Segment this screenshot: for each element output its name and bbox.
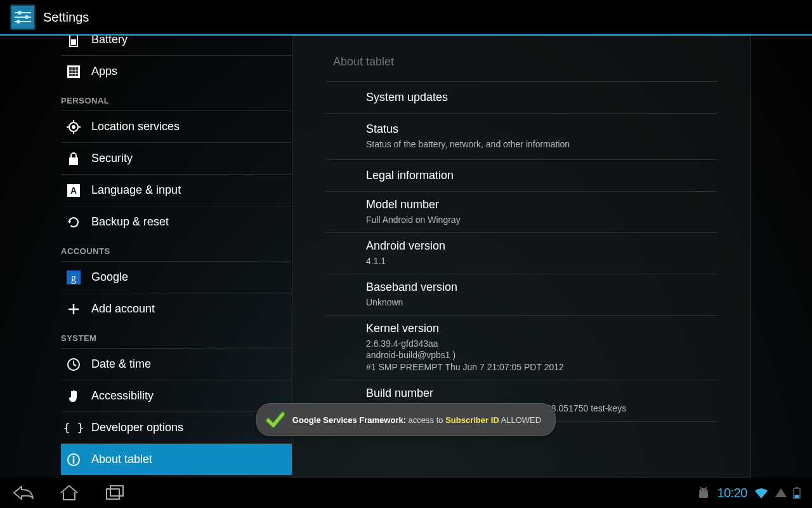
svg-rect-47: [796, 487, 798, 488]
android-icon: [697, 486, 710, 499]
svg-rect-38: [73, 458, 74, 464]
svg-rect-10: [69, 67, 72, 70]
detail-title: About tablet: [325, 44, 717, 81]
back-button[interactable]: [11, 483, 36, 503]
toast-bold: Google Services Framework:: [292, 415, 409, 425]
lock-icon: [66, 151, 81, 166]
svg-rect-12: [75, 67, 78, 70]
sidebar-item-battery[interactable]: Battery: [61, 36, 292, 55]
action-bar: Settings: [0, 0, 812, 36]
pref-model[interactable]: Model number Full Android on Wingray: [325, 192, 717, 232]
sidebar-header-system: SYSTEM: [61, 324, 292, 348]
info-icon: [66, 452, 81, 467]
svg-rect-17: [72, 74, 75, 76]
sidebar-item-security[interactable]: Security: [61, 143, 292, 174]
svg-rect-48: [795, 495, 799, 498]
pref-legal[interactable]: Legal information: [325, 160, 717, 191]
svg-point-43: [705, 490, 706, 491]
sidebar-header-personal: PERSONAL: [61, 87, 292, 110]
pref-android-version[interactable]: Android version 4.1.1: [325, 233, 717, 274]
pref-summary: Unknown: [366, 297, 717, 309]
svg-rect-16: [69, 74, 72, 76]
pref-kernel[interactable]: Kernel version 2.6.39.4-gfd343aa android…: [325, 316, 717, 380]
status-clock: 10:20: [717, 486, 747, 500]
toast: Google Services Framework: access to Sub…: [256, 403, 556, 436]
sidebar-item-label: Accessibility: [91, 389, 154, 403]
svg-rect-14: [72, 70, 75, 73]
sidebar-item-label: Language & input: [91, 184, 181, 197]
sidebar-item-label: Google: [91, 271, 128, 284]
sidebar-item-location[interactable]: Location services: [61, 111, 292, 142]
svg-marker-28: [68, 221, 71, 224]
sidebar-item-label: Add account: [91, 302, 155, 316]
battery-status-icon: [793, 486, 801, 499]
location-icon: [66, 119, 81, 135]
pref-status[interactable]: Status Status of the battery, network, a…: [325, 114, 717, 159]
recent-apps-button[interactable]: [103, 483, 127, 503]
svg-point-20: [72, 125, 75, 129]
sidebar-item-datetime[interactable]: Date & time: [61, 349, 292, 380]
svg-rect-8: [71, 39, 76, 45]
sidebar-item-apps[interactable]: Apps: [61, 56, 292, 87]
sidebar-item-label: Backup & reset: [91, 215, 169, 229]
plus-icon: [66, 302, 81, 317]
svg-rect-13: [69, 70, 72, 73]
toast-highlight: Subscriber ID: [445, 415, 499, 425]
sidebar-item-add-account[interactable]: Add account: [61, 293, 292, 324]
sidebar-item-backup[interactable]: Backup & reset: [61, 206, 292, 237]
svg-rect-15: [75, 70, 78, 73]
google-icon: g: [66, 270, 81, 285]
svg-point-4: [25, 15, 29, 19]
svg-text:g: g: [71, 272, 76, 284]
toast-mid: access to: [409, 415, 446, 425]
svg-rect-39: [107, 489, 119, 499]
svg-rect-25: [69, 157, 78, 165]
sidebar-item-label: Battery: [91, 36, 128, 46]
toast-suffix: ALLOWED: [499, 415, 541, 425]
sidebar-item-language[interactable]: A Language & input: [61, 175, 292, 206]
pref-summary: Status of the battery, network, and othe…: [366, 138, 717, 150]
pref-title: Kernel version: [366, 322, 717, 335]
svg-point-42: [701, 490, 702, 491]
pref-system-updates[interactable]: System updates: [325, 82, 717, 113]
svg-line-35: [74, 364, 76, 366]
hand-icon: [66, 389, 81, 404]
pref-baseband[interactable]: Baseband version Unknown: [325, 274, 717, 315]
svg-point-3: [18, 11, 22, 15]
sidebar-header-accounts: ACCOUNTS: [61, 237, 292, 261]
pref-summary: Full Android on Wingray: [366, 214, 717, 226]
svg-rect-11: [72, 67, 75, 70]
refresh-icon: [66, 215, 81, 230]
sidebar-item-label: Apps: [91, 65, 117, 78]
pref-title: Legal information: [366, 169, 717, 182]
pref-title: Model number: [366, 198, 717, 211]
svg-line-44: [700, 487, 702, 489]
braces-icon: { }: [66, 420, 81, 436]
sidebar-item-label: Developer options: [91, 421, 183, 434]
svg-point-5: [16, 20, 20, 23]
pref-title: Android version: [366, 239, 717, 253]
svg-text:A: A: [70, 185, 77, 196]
sidebar-item-label: Date & time: [91, 358, 151, 371]
sidebar-item-label: Location services: [91, 120, 180, 133]
sidebar-item-about[interactable]: About tablet: [61, 444, 292, 475]
pref-summary: 2.6.39.4-gfd343aa android-build@vpbs1 ) …: [366, 338, 717, 374]
sidebar-item-google[interactable]: g Google: [61, 262, 292, 293]
pref-summary: 4.1.1: [366, 255, 717, 267]
home-button[interactable]: [57, 483, 81, 503]
pref-title: Status: [366, 123, 717, 136]
pref-title: Build number: [366, 387, 717, 400]
action-bar-title: Settings: [43, 10, 89, 25]
check-icon: [266, 410, 285, 429]
pref-title: System updates: [366, 91, 717, 104]
svg-point-37: [73, 456, 75, 458]
pref-title: Baseband version: [366, 281, 717, 294]
sidebar-item-label: About tablet: [91, 453, 152, 466]
svg-rect-18: [75, 74, 78, 76]
apps-icon: [66, 64, 81, 79]
wifi-icon: [754, 486, 769, 499]
sidebar-item-accessibility[interactable]: Accessibility: [61, 380, 292, 411]
status-area[interactable]: 10:20: [697, 486, 801, 500]
settings-app-icon: [10, 4, 36, 30]
svg-rect-41: [699, 492, 708, 498]
